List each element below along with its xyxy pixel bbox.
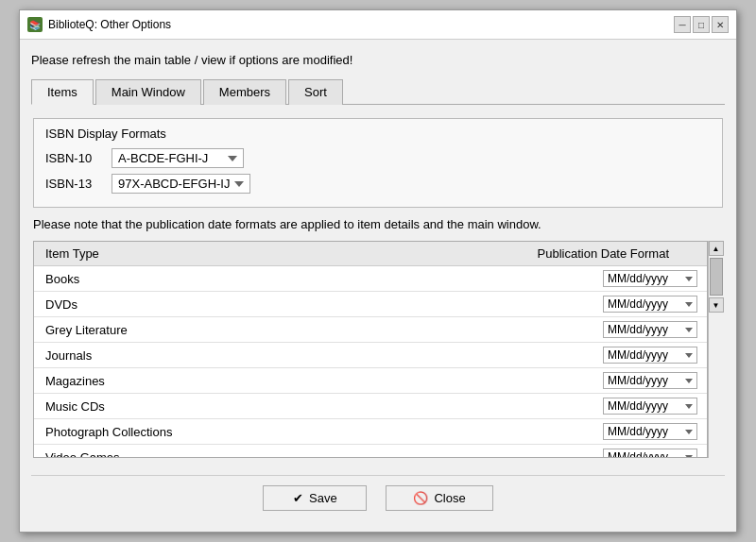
format-select[interactable]: MM/dd/yyyydd/MM/yyyyyyyy-MM-ddMM-dd-yyyy: [603, 449, 697, 458]
isbn-section: ISBN Display Formats ISBN-10 A-BCDE-FGHI…: [33, 118, 723, 208]
format-cell: MM/dd/yyyydd/MM/yyyyyyyy-MM-ddMM-dd-yyyy: [338, 445, 707, 459]
table-row: Photograph CollectionsMM/dd/yyyydd/MM/yy…: [34, 419, 707, 445]
item-type-cell: DVDs: [34, 292, 338, 317]
format-cell: MM/dd/yyyydd/MM/yyyyyyyy-MM-ddMM-dd-yyyy: [338, 368, 707, 394]
window-title: BiblioteQ: Other Options: [48, 18, 171, 31]
format-select[interactable]: MM/dd/yyyydd/MM/yyyyyyyy-MM-ddMM-dd-yyyy: [603, 296, 697, 313]
save-icon: ✔: [293, 491, 303, 505]
item-type-cell: Books: [34, 266, 338, 292]
isbn13-row: ISBN-13 97X-ABCD-EFGH-IJ 97XABCDEFGHIJ 9…: [45, 174, 711, 194]
format-select[interactable]: MM/dd/yyyydd/MM/yyyyyyyy-MM-ddMM-dd-yyyy: [603, 398, 697, 415]
maximize-button[interactable]: □: [693, 16, 710, 33]
isbn13-select[interactable]: 97X-ABCD-EFGH-IJ 97XABCDEFGHIJ 97X-ABCDE…: [112, 174, 250, 194]
title-bar-left: 📚 BiblioteQ: Other Options: [27, 17, 171, 32]
window-body: Please refresh the main table / view if …: [20, 40, 736, 532]
format-select[interactable]: MM/dd/yyyydd/MM/yyyyyyyy-MM-ddMM-dd-yyyy: [603, 347, 697, 364]
format-cell: MM/dd/yyyydd/MM/yyyyyyyy-MM-ddMM-dd-yyyy: [338, 419, 707, 445]
format-cell: MM/dd/yyyydd/MM/yyyyyyyy-MM-ddMM-dd-yyyy: [338, 292, 707, 317]
save-label: Save: [309, 491, 337, 505]
pub-table-content: Item Type Publication Date Format BooksM…: [33, 241, 708, 458]
format-cell: MM/dd/yyyydd/MM/yyyyyyyy-MM-ddMM-dd-yyyy: [338, 317, 707, 343]
format-select[interactable]: MM/dd/yyyydd/MM/yyyyyyyy-MM-ddMM-dd-yyyy: [603, 423, 697, 440]
scrollbar[interactable]: ▲ ▼: [708, 241, 723, 458]
table-row: Music CDsMM/dd/yyyydd/MM/yyyyyyyy-MM-ddM…: [34, 394, 707, 419]
col-item-type: Item Type: [34, 242, 338, 266]
isbn10-label: ISBN-10: [45, 151, 102, 165]
isbn13-label: ISBN-13: [45, 177, 102, 191]
scroll-thumb[interactable]: [710, 258, 723, 296]
close-button-main[interactable]: 🚫 Close: [386, 485, 492, 511]
isbn-section-title: ISBN Display Formats: [45, 127, 711, 141]
bottom-bar: ✔ Save 🚫 Close: [31, 475, 725, 522]
table-row: MagazinesMM/dd/yyyydd/MM/yyyyyyyy-MM-ddM…: [34, 368, 707, 394]
format-cell: MM/dd/yyyydd/MM/yyyyyyyy-MM-ddMM-dd-yyyy: [338, 343, 707, 368]
isbn10-select[interactable]: A-BCDE-FGHI-J ABCDEFGHIJ A-BCDE-FGHIJ: [112, 148, 244, 168]
close-icon: 🚫: [413, 491, 428, 505]
tab-bar: Items Main Window Members Sort: [31, 78, 725, 105]
item-type-cell: Magazines: [34, 368, 338, 394]
table-row: Grey LiteratureMM/dd/yyyydd/MM/yyyyyyyy-…: [34, 317, 707, 343]
item-type-cell: Grey Literature: [34, 317, 338, 343]
scroll-down-button[interactable]: ▼: [709, 297, 724, 313]
content-area: ISBN Display Formats ISBN-10 A-BCDE-FGHI…: [31, 112, 725, 464]
format-cell: MM/dd/yyyydd/MM/yyyyyyyy-MM-ddMM-dd-yyyy: [338, 394, 707, 419]
pub-date-note: Please note that the publication date fo…: [33, 215, 723, 233]
title-bar-buttons: ─ □ ✕: [674, 16, 729, 33]
save-button[interactable]: ✔ Save: [263, 485, 367, 511]
close-label: Close: [434, 491, 465, 505]
scroll-up-button[interactable]: ▲: [709, 241, 724, 256]
tab-items[interactable]: Items: [31, 79, 94, 105]
table-row: Video GamesMM/dd/yyyydd/MM/yyyyyyyy-MM-d…: [34, 445, 707, 459]
item-type-cell: Journals: [34, 343, 338, 368]
table-row: DVDsMM/dd/yyyydd/MM/yyyyyyyy-MM-ddMM-dd-…: [34, 292, 707, 317]
tab-main-window[interactable]: Main Window: [95, 79, 201, 105]
title-bar: 📚 BiblioteQ: Other Options ─ □ ✕: [20, 10, 736, 40]
col-pub-format: Publication Date Format: [338, 242, 707, 266]
pub-table-container: Item Type Publication Date Format BooksM…: [33, 241, 708, 458]
table-row: JournalsMM/dd/yyyydd/MM/yyyyyyyy-MM-ddMM…: [34, 343, 707, 368]
format-select[interactable]: MM/dd/yyyydd/MM/yyyyyyyy-MM-ddMM-dd-yyyy: [603, 321, 697, 338]
main-window: 📚 BiblioteQ: Other Options ─ □ ✕ Please …: [19, 9, 737, 533]
format-cell: MM/dd/yyyydd/MM/yyyyyyyy-MM-ddMM-dd-yyyy: [338, 266, 707, 292]
format-select[interactable]: MM/dd/yyyydd/MM/yyyyyyyy-MM-ddMM-dd-yyyy: [603, 270, 697, 287]
item-type-cell: Music CDs: [34, 394, 338, 419]
isbn10-row: ISBN-10 A-BCDE-FGHI-J ABCDEFGHIJ A-BCDE-…: [45, 148, 711, 168]
table-row: BooksMM/dd/yyyydd/MM/yyyyyyyy-MM-ddMM-dd…: [34, 266, 707, 292]
app-icon: 📚: [27, 17, 43, 32]
minimize-button[interactable]: ─: [674, 16, 691, 33]
tab-sort[interactable]: Sort: [288, 79, 343, 105]
pub-table-layout: Item Type Publication Date Format BooksM…: [33, 241, 723, 458]
pub-table: Item Type Publication Date Format BooksM…: [34, 242, 707, 458]
format-select[interactable]: MM/dd/yyyydd/MM/yyyyyyyy-MM-ddMM-dd-yyyy: [603, 372, 697, 389]
close-button[interactable]: ✕: [712, 16, 729, 33]
tab-members[interactable]: Members: [203, 79, 286, 105]
item-type-cell: Photograph Collections: [34, 419, 338, 445]
item-type-cell: Video Games: [34, 445, 338, 459]
notice-text: Please refresh the main table / view if …: [31, 49, 725, 71]
